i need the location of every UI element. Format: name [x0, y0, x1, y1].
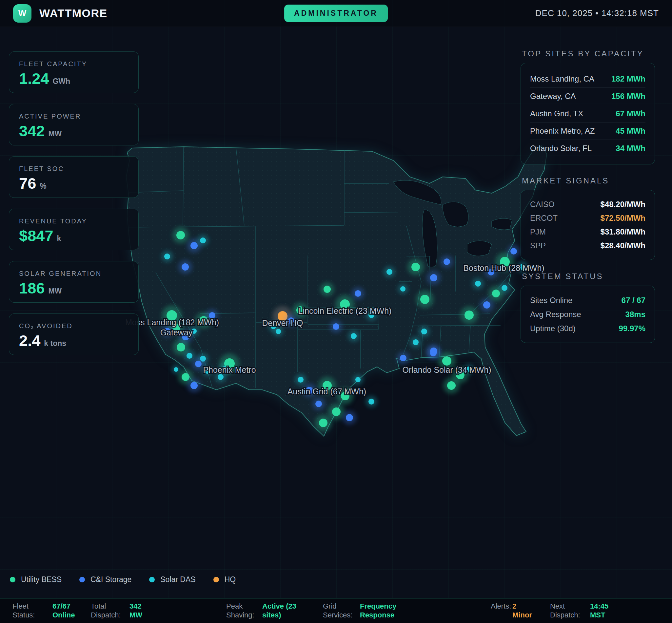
- statusbar-item-label: Total Dispatch:: [91, 602, 130, 620]
- site-marker-solar[interactable]: [410, 337, 421, 348]
- solar-site-dot-icon[interactable]: [200, 237, 206, 243]
- ci-site-dot-icon[interactable]: [346, 414, 353, 421]
- ci-site-dot-icon[interactable]: [483, 301, 491, 308]
- bess-site-dot-icon[interactable]: [447, 381, 456, 390]
- site-marker-ci[interactable]: [441, 256, 453, 268]
- solar-site-dot-icon[interactable]: [174, 367, 178, 372]
- site-marker-solar[interactable]: [353, 375, 363, 385]
- map-site-label: Orlando Solar (34 MWh): [402, 365, 492, 375]
- site-marker-ci[interactable]: [427, 347, 440, 359]
- ci-site-dot-icon[interactable]: [510, 248, 517, 255]
- bess-site-dot-icon[interactable]: [319, 419, 328, 427]
- stat-card-label: SOLAR GENERATION: [19, 270, 138, 277]
- site-marker-bess[interactable]: [416, 291, 433, 308]
- site-marker-ci[interactable]: [507, 245, 520, 258]
- site-marker-ci[interactable]: [330, 320, 342, 333]
- bess-site-dot-icon[interactable]: [176, 231, 185, 239]
- ci-site-dot-icon[interactable]: [444, 259, 450, 265]
- site-marker-ci[interactable]: [342, 411, 356, 424]
- site-row-value: 67 MWh: [616, 109, 645, 118]
- bess-site-dot-icon[interactable]: [411, 263, 420, 271]
- ci-site-dot-icon[interactable]: [191, 242, 198, 249]
- solar-site-dot-icon[interactable]: [387, 269, 392, 275]
- solar-site-dot-icon[interactable]: [475, 281, 481, 287]
- status-bar: Fleet Status:67/67 OnlineTotal Dispatch:…: [0, 598, 672, 623]
- bess-site-dot-icon[interactable]: [177, 343, 185, 352]
- ci-site-dot-icon[interactable]: [400, 355, 407, 361]
- stat-card-value: 76: [19, 176, 36, 191]
- site-marker-bess[interactable]: [172, 227, 189, 243]
- statusbar-item: Alerts:2 Minor: [491, 602, 537, 620]
- solar-site-dot-icon[interactable]: [187, 353, 192, 359]
- status-row-name: Avg Response: [530, 310, 581, 319]
- site-marker-ci[interactable]: [480, 298, 494, 312]
- site-marker-bess[interactable]: [488, 286, 504, 301]
- bess-site-dot-icon[interactable]: [465, 310, 474, 320]
- stat-card-value: 342: [19, 123, 45, 139]
- solar-site-dot-icon[interactable]: [368, 398, 374, 405]
- site-marker-bess[interactable]: [320, 283, 334, 296]
- solar-site-dot-icon[interactable]: [351, 333, 357, 339]
- market-row: SPP$28.40/MWh: [530, 239, 645, 253]
- map-site-label: Moss Landing (182 MWh): [125, 318, 219, 327]
- bess-site-dot-icon[interactable]: [332, 408, 341, 416]
- site-marker-ci[interactable]: [397, 352, 410, 364]
- statusbar-item: Next Dispatch:14:45 MST: [550, 602, 621, 620]
- site-marker-solar[interactable]: [384, 266, 395, 277]
- bess-site-dot-icon[interactable]: [420, 295, 429, 304]
- market-row-value: $72.50/MWh: [600, 213, 645, 223]
- solar-site-dot-icon[interactable]: [164, 254, 170, 260]
- site-marker-solar[interactable]: [472, 278, 483, 289]
- site-marker-solar[interactable]: [348, 330, 359, 342]
- site-marker-ci[interactable]: [178, 260, 192, 274]
- ci-site-dot-icon[interactable]: [195, 361, 202, 367]
- ci-site-dot-icon[interactable]: [191, 382, 198, 389]
- ci-site-dot-icon[interactable]: [430, 274, 437, 281]
- bess-site-dot-icon[interactable]: [442, 356, 451, 365]
- site-row: Orlando Solar, FL34 MWh: [530, 140, 645, 157]
- header: W WATTMORE ADMINISTRATOR DEC 10, 2025 • …: [0, 0, 672, 27]
- site-marker-bess[interactable]: [328, 404, 344, 420]
- solar-site-dot-icon[interactable]: [400, 286, 405, 292]
- site-marker-ci[interactable]: [192, 358, 204, 370]
- site-marker-solar[interactable]: [197, 235, 208, 246]
- top-sites-panel: Moss Landing, CA182 MWhGateway, CA156 MW…: [521, 63, 655, 165]
- site-marker-bess[interactable]: [315, 415, 331, 431]
- site-marker-bess[interactable]: [460, 306, 478, 324]
- site-marker-ci[interactable]: [187, 379, 201, 392]
- site-marker-bess[interactable]: [408, 259, 423, 275]
- stat-card-value: $847: [19, 228, 53, 243]
- ci-site-dot-icon[interactable]: [333, 323, 339, 330]
- status-row-value: 99.97%: [619, 324, 645, 333]
- bess-site-dot-icon[interactable]: [492, 290, 500, 297]
- site-marker-solar[interactable]: [419, 326, 430, 337]
- solar-site-dot-icon[interactable]: [355, 377, 361, 382]
- site-marker-solar[interactable]: [273, 327, 283, 336]
- solar-site-dot-icon[interactable]: [218, 374, 224, 380]
- site-marker-ci[interactable]: [312, 398, 325, 410]
- solar-site-dot-icon[interactable]: [421, 329, 427, 334]
- site-marker-solar[interactable]: [398, 284, 408, 294]
- ci-site-dot-icon[interactable]: [355, 290, 361, 297]
- solar-site-dot-icon[interactable]: [298, 377, 304, 383]
- stat-card-value-row: 76%: [19, 176, 138, 191]
- site-marker-ci[interactable]: [427, 271, 441, 285]
- site-marker-ci[interactable]: [352, 287, 364, 300]
- site-marker-solar[interactable]: [162, 251, 173, 262]
- solar-site-dot-icon[interactable]: [413, 339, 419, 345]
- site-marker-bess[interactable]: [443, 377, 459, 393]
- site-marker-solar[interactable]: [366, 396, 377, 407]
- bess-site-dot-icon[interactable]: [324, 286, 331, 293]
- stat-card-value-row: 2.4k tons: [19, 333, 138, 348]
- ci-site-dot-icon[interactable]: [430, 350, 437, 356]
- bess-site-dot-icon[interactable]: [181, 373, 190, 381]
- solar-site-dot-icon[interactable]: [276, 329, 281, 334]
- ci-site-dot-icon[interactable]: [315, 400, 322, 407]
- site-marker-solar[interactable]: [295, 374, 306, 385]
- legend-item-hq: HQ: [214, 575, 236, 584]
- site-marker-solar[interactable]: [184, 350, 195, 361]
- ci-site-dot-icon[interactable]: [181, 263, 189, 271]
- site-marker-solar[interactable]: [172, 365, 180, 374]
- site-row-name: Gateway, CA: [530, 92, 576, 101]
- system-status-section: SYSTEM STATUS Sites Online67 / 67Avg Res…: [521, 272, 655, 343]
